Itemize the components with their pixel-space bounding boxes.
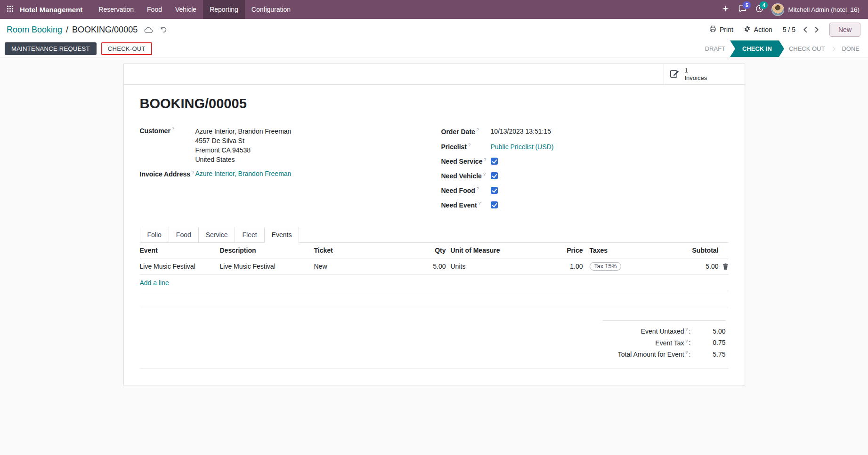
activities-badge: 4	[760, 1, 768, 9]
navbar-left: Hotel Management Reservation Food Vehicl…	[0, 0, 297, 19]
pager-previous-button[interactable]	[803, 26, 807, 33]
star-icon	[722, 5, 729, 14]
need-event-checkbox[interactable]	[491, 201, 498, 208]
cell-price[interactable]: 1.00	[552, 263, 583, 270]
tax-badge: Tax 15%	[590, 262, 622, 271]
menu-item-reservation[interactable]: Reservation	[92, 0, 140, 19]
need-service-row: Need Service	[441, 157, 729, 165]
pricelist-row: Pricelist Public Pricelist (USD)	[441, 143, 729, 151]
messages-badge: 5	[743, 1, 751, 9]
print-button[interactable]: Print	[709, 25, 733, 34]
tab-food[interactable]: Food	[169, 227, 199, 242]
action-button[interactable]: Action	[744, 25, 772, 34]
colon	[688, 351, 692, 358]
invoice-address-link[interactable]: Azure Interior, Brandon Freeman	[195, 170, 292, 177]
invoices-stat-button[interactable]: 1 Invoices	[664, 64, 745, 84]
delete-row-icon[interactable]	[719, 263, 729, 270]
need-vehicle-checkbox[interactable]	[491, 172, 498, 179]
action-label: Action	[754, 26, 772, 33]
menu-item-food[interactable]: Food	[140, 0, 169, 19]
state-done[interactable]: DONE	[833, 40, 868, 57]
event-tax-label: Event Tax	[655, 339, 688, 347]
menu-item-configuration[interactable]: Configuration	[245, 0, 297, 19]
invoices-label: Invoices	[685, 74, 707, 81]
colon	[688, 339, 692, 346]
state-check-out[interactable]: CHECK OUT	[780, 40, 834, 57]
fields-right-column: Order Date 10/13/2023 13:51:15 Pricelist…	[441, 127, 729, 216]
discard-undo-icon[interactable]	[160, 26, 167, 33]
cell-taxes[interactable]: Tax 15%	[583, 262, 663, 271]
col-price: Price	[552, 247, 583, 254]
order-date-row: Order Date 10/13/2023 13:51:15	[441, 127, 729, 136]
events-table: Event Description Ticket Qty Unit of Mea…	[140, 243, 729, 308]
tab-events[interactable]: Events	[264, 227, 300, 243]
need-event-label: Need Event	[441, 201, 491, 209]
need-service-label: Need Service	[441, 157, 491, 165]
user-menu-button[interactable]: Mitchell Admin (hotel_16)	[768, 3, 863, 16]
event-totals: Event Untaxed 5.00 Event Tax 0.75 Total …	[602, 320, 726, 360]
pager-next-button[interactable]	[815, 26, 819, 33]
add-line-row: Add a line	[140, 275, 729, 291]
customer-value[interactable]: Azure Interior, Brandon Freeman	[195, 127, 292, 136]
event-tax-row: Event Tax 0.75	[602, 337, 726, 349]
app-title[interactable]: Hotel Management	[20, 0, 92, 19]
total-amount-value: 5.75	[692, 351, 726, 358]
state-draft[interactable]: DRAFT	[697, 40, 734, 57]
pricelist-label: Pricelist	[441, 143, 491, 151]
star-systray-button[interactable]	[717, 0, 734, 19]
tab-fleet[interactable]: Fleet	[235, 227, 264, 242]
tab-folio[interactable]: Folio	[140, 227, 169, 242]
breadcrumb-separator: /	[66, 25, 68, 35]
form-statusbar: MAINTENANCE REQUEST CHECK-OUT DRAFT CHEC…	[0, 40, 868, 57]
need-food-label: Need Food	[441, 186, 491, 194]
new-button[interactable]: New	[829, 23, 860, 37]
event-untaxed-row: Event Untaxed 5.00	[602, 325, 726, 337]
cell-description[interactable]: Live Music Festival	[220, 263, 314, 270]
pricelist-link[interactable]: Public Pricelist (USD)	[491, 143, 554, 151]
need-food-checkbox[interactable]	[491, 187, 498, 194]
breadcrumb-parent-link[interactable]: Room Booking	[7, 25, 62, 35]
apps-grid-icon	[7, 5, 14, 14]
form-content: 1 Invoices BOOKING/00005 Customer Azure …	[0, 57, 868, 385]
tab-service[interactable]: Service	[198, 227, 235, 242]
customer-row: Customer Azure Interior, Brandon Freeman	[140, 127, 441, 136]
customer-address: 4557 De Silva St Fremont CA 94538 United…	[195, 136, 441, 164]
need-service-checkbox[interactable]	[491, 158, 498, 165]
notebook-tabs: Folio Food Service Fleet Events	[140, 227, 729, 243]
address-line: Fremont CA 94538	[195, 145, 441, 155]
cell-subtotal[interactable]: 5.00	[663, 263, 719, 270]
menu-item-vehicle[interactable]: Vehicle	[169, 0, 203, 19]
record-title: BOOKING/00005	[140, 96, 729, 112]
fields-left-column: Customer Azure Interior, Brandon Freeman…	[140, 127, 441, 216]
maintenance-request-button[interactable]: MAINTENANCE REQUEST	[5, 42, 97, 55]
save-cloud-icon[interactable]	[144, 26, 153, 33]
col-qty: Qty	[402, 247, 446, 254]
messages-systray-button[interactable]: 5	[734, 0, 751, 19]
add-a-line-link[interactable]: Add a line	[140, 279, 729, 287]
cell-ticket[interactable]: New	[314, 263, 402, 270]
control-panel: Room Booking / BOOKING/00005 Print Actio…	[0, 19, 868, 40]
gear-icon	[744, 25, 751, 34]
breadcrumb-current: BOOKING/00005	[72, 25, 138, 35]
col-subtotal: Subtotal	[663, 247, 719, 254]
cell-unit-of-measure[interactable]: Units	[446, 263, 552, 270]
col-taxes: Taxes	[583, 247, 663, 254]
total-amount-row: Total Amount for Event 5.75	[602, 348, 726, 360]
order-date-value[interactable]: 10/13/2023 13:51:15	[491, 127, 551, 136]
apps-menu-button[interactable]	[0, 0, 20, 19]
activities-systray-button[interactable]: 4	[751, 0, 768, 19]
pager: 5 / 5	[783, 26, 819, 33]
table-row: Live Music Festival Live Music Festival …	[140, 258, 729, 275]
need-event-row: Need Event	[441, 201, 729, 209]
event-untaxed-label: Event Untaxed	[641, 327, 688, 335]
cell-qty[interactable]: 5.00	[402, 263, 446, 270]
button-box: 1 Invoices	[124, 64, 745, 85]
menu-item-reporting[interactable]: Reporting	[203, 0, 245, 19]
main-menu: Reservation Food Vehicle Reporting Confi…	[92, 0, 297, 19]
state-check-in[interactable]: CHECK IN	[730, 40, 784, 57]
event-untaxed-value: 5.00	[692, 327, 726, 335]
check-out-button[interactable]: CHECK-OUT	[101, 42, 152, 55]
empty-row[interactable]	[140, 291, 729, 308]
top-navbar: Hotel Management Reservation Food Vehicl…	[0, 0, 868, 19]
cell-event[interactable]: Live Music Festival	[140, 263, 220, 270]
